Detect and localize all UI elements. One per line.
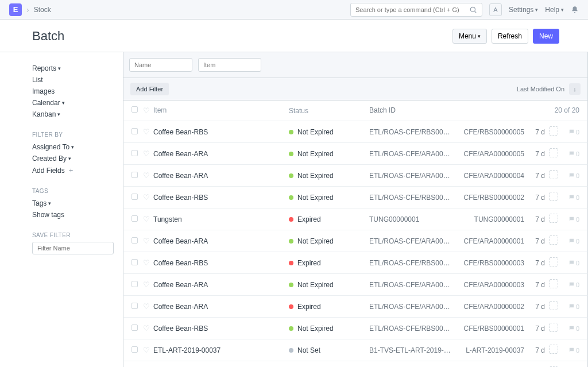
row-like[interactable]: ♡	[143, 324, 153, 333]
row-assign[interactable]	[547, 301, 560, 312]
sidebar-view-calendar[interactable]: Calendar ▾	[32, 97, 114, 109]
row-comments[interactable]: 0	[560, 194, 579, 201]
row-comments[interactable]: 0	[560, 281, 579, 288]
sidebar-view-list[interactable]: List	[32, 74, 114, 86]
sidebar-add-fields[interactable]: Add Fields+	[32, 164, 114, 176]
refresh-button[interactable]: Refresh	[492, 29, 528, 44]
row-comments[interactable]: 0	[560, 303, 579, 310]
row-checkbox[interactable]	[131, 237, 143, 245]
row-like[interactable]: ♡	[143, 171, 153, 180]
breadcrumb-stock[interactable]: Stock	[34, 6, 51, 14]
row-like[interactable]: ♡	[143, 149, 153, 158]
comment-icon	[568, 129, 575, 135]
row-checkbox[interactable]	[131, 303, 143, 311]
table-row[interactable]: ♡Coffee Bean-RBSNot ExpiredETL/ROAS-CFE/…	[123, 187, 588, 208]
sidebar-view-images[interactable]: Images	[32, 86, 114, 97]
search-input[interactable]	[355, 6, 469, 13]
table-row[interactable]: ♡Coffee Bean-ARANot ExpiredETL/ROAS-CFE/…	[123, 230, 588, 252]
row-assign[interactable]	[547, 148, 560, 159]
row-comments[interactable]: 0	[560, 325, 579, 332]
row-assign[interactable]	[547, 192, 560, 203]
row-checkbox[interactable]	[131, 128, 143, 136]
notifications-icon[interactable]	[571, 6, 579, 14]
user-avatar[interactable]: A	[489, 3, 502, 16]
table-row[interactable]: ♡Coffee Bean-RBSNot ExpiredETL/ROAS-CFE/…	[123, 121, 588, 143]
row-comments[interactable]: 0	[560, 260, 579, 266]
sort-direction-button[interactable]: ↓	[569, 83, 581, 95]
sidebar-show-tags[interactable]: Show tags	[32, 209, 114, 221]
row-comments[interactable]: 0	[560, 216, 579, 223]
row-assign[interactable]	[547, 126, 560, 137]
row-assign[interactable]	[547, 257, 560, 268]
row-like[interactable]: ♡	[143, 193, 153, 202]
sidebar-tags-dropdown[interactable]: Tags▾	[32, 198, 114, 209]
row-like[interactable]: ♡	[143, 237, 153, 245]
row-like[interactable]: ♡	[143, 258, 153, 267]
row-age: 7 d	[524, 194, 547, 202]
sidebar-created-by[interactable]: Created By▾	[32, 153, 114, 164]
filter-item-field[interactable]	[198, 58, 261, 72]
sidebar-view-kanban[interactable]: Kanban ▾	[32, 109, 114, 120]
row-assign[interactable]	[547, 170, 560, 181]
table-row[interactable]: ♡Coffee Bean-ARANot ExpiredETL/ROAS-CFE/…	[123, 143, 588, 165]
row-comments[interactable]: 0	[560, 150, 579, 157]
save-filter-header: SAVE FILTER	[32, 232, 114, 238]
help-menu[interactable]: Help▾	[545, 6, 564, 14]
settings-menu[interactable]: Settings▾	[509, 6, 538, 14]
row-like[interactable]: ♡	[143, 280, 153, 289]
row-checkbox[interactable]	[131, 259, 143, 267]
row-checkbox[interactable]	[131, 215, 143, 223]
row-checkbox[interactable]	[131, 194, 143, 202]
svg-point-0	[470, 7, 475, 11]
row-like[interactable]: ♡	[143, 215, 153, 223]
table-row[interactable]: ♡Coffee Bean-ARAExpiredETL/ROAS-CFE/ARA0…	[123, 296, 588, 318]
sidebar-assigned-to[interactable]: Assigned To▾	[32, 141, 114, 153]
app-logo[interactable]: E	[9, 3, 22, 16]
row-checkbox[interactable]	[131, 346, 143, 354]
row-comments[interactable]: 0	[560, 172, 579, 179]
row-like[interactable]: ♡	[143, 346, 153, 354]
table-row[interactable]: ♡TungstenExpiredTUNG00000001TUNG00000001…	[123, 208, 588, 230]
header-status[interactable]: Status	[289, 106, 369, 115]
table-row[interactable]: ♡Coffee Bean-ARANot ExpiredETL/ROAS-CFE/…	[123, 165, 588, 187]
row-checkbox[interactable]	[131, 324, 143, 333]
filter-name-input[interactable]	[32, 242, 114, 254]
caret-down-icon: ▾	[58, 65, 61, 71]
row-checkbox[interactable]	[131, 172, 143, 180]
row-checkbox[interactable]	[131, 281, 143, 289]
table-row[interactable]: ♡Coffee Bean-RBSNot ExpiredETL/ROAS-CFE/…	[123, 318, 588, 339]
header-batch-id[interactable]: Batch ID	[369, 106, 451, 115]
table-row[interactable]: ♡TungstenNot SetTUNG-00000001TUNG-000000…	[123, 361, 588, 367]
status-dot-icon	[289, 217, 293, 222]
row-assign[interactable]	[547, 345, 560, 356]
header-select-all[interactable]	[131, 106, 143, 115]
row-like[interactable]: ♡	[143, 128, 153, 136]
assign-placeholder-icon	[549, 170, 558, 179]
sidebar-view-reports[interactable]: Reports ▾	[32, 63, 114, 74]
row-assign[interactable]	[547, 279, 560, 290]
sidebar-views: Reports ▾ListImagesCalendar ▾Kanban ▾	[32, 63, 114, 120]
row-assign[interactable]	[547, 235, 560, 246]
global-search[interactable]	[350, 3, 482, 17]
table-row[interactable]: ♡Coffee Bean-RBSExpiredETL/ROAS-CFE/RBS0…	[123, 252, 588, 274]
row-assign[interactable]	[547, 323, 560, 334]
row-comments[interactable]: 0	[560, 129, 579, 136]
table-row[interactable]: ♡Coffee Bean-ARANot ExpiredETL/ROAS-CFE/…	[123, 274, 588, 296]
row-like[interactable]: ♡	[143, 302, 153, 311]
row-comments[interactable]: 0	[560, 347, 579, 354]
new-button[interactable]: New	[533, 29, 559, 44]
row-comments[interactable]: 0	[560, 238, 579, 245]
menu-button[interactable]: Menu▾	[452, 29, 487, 44]
row-assign[interactable]	[547, 214, 560, 225]
add-filter-button[interactable]: Add Filter	[130, 83, 169, 95]
assign-placeholder-icon	[549, 126, 558, 136]
row-item: Coffee Bean-ARA	[153, 237, 289, 245]
sort-label[interactable]: Last Modified On	[517, 86, 564, 92]
table-row[interactable]: ♡ETL-ART-2019-00037Not SetB1-TVS-ETL-ART…	[123, 339, 588, 361]
assign-placeholder-icon	[549, 257, 558, 266]
filter-name-field[interactable]	[129, 58, 192, 72]
row-checkbox[interactable]	[131, 150, 143, 158]
header-item[interactable]: Item	[153, 106, 289, 115]
assign-placeholder-icon	[549, 148, 558, 157]
comment-icon	[568, 172, 575, 179]
